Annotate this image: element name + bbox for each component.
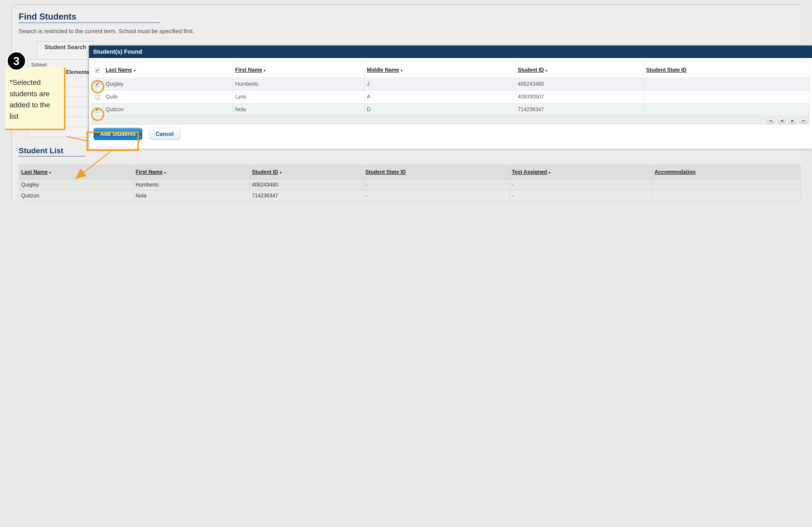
cell-first-name: Humberto — [233, 78, 364, 91]
table-row[interactable]: Quile Lynn A 409330507 — [91, 91, 810, 103]
cell-middle-name: A — [364, 91, 516, 103]
col-last-name[interactable]: Last Name▲ — [103, 62, 233, 78]
cell-last-name: Quigley — [103, 78, 233, 91]
cell-accommodation — [652, 179, 801, 190]
cell-accommodation — [652, 190, 801, 201]
col-first-name[interactable]: First Name▲ — [233, 62, 364, 78]
page-prev-button[interactable]: ◀ — [778, 118, 786, 123]
cell-student-state-id — [644, 78, 810, 91]
student-list-heading: Student List — [19, 146, 85, 156]
cell-student-state-id: - — [363, 190, 509, 201]
sort-asc-icon: ▲ — [164, 170, 167, 174]
sort-asc-icon: ▲ — [133, 68, 136, 72]
col-first-name[interactable]: First Name▲ — [133, 165, 249, 179]
table-row[interactable]: Quitzon Nola 714236347 - - — [19, 190, 801, 201]
page-next-button[interactable]: ▶ — [789, 118, 797, 123]
cell-student-id: 714236347 — [516, 103, 644, 116]
cell-last-name: Quitzon — [103, 103, 233, 116]
col-middle-name[interactable]: Middle Name▲ — [364, 62, 516, 78]
col-student-id[interactable]: Student ID▲ — [249, 165, 363, 179]
sort-asc-icon: ▲ — [263, 68, 266, 72]
sort-asc-icon: ▲ — [400, 68, 403, 72]
col-student-state-id[interactable]: Student State ID — [644, 62, 810, 78]
cell-first-name: Lynn — [233, 91, 364, 103]
table-row[interactable]: Quigley Humberto J 406243480 — [91, 78, 810, 91]
cell-test-assigned: - — [509, 179, 652, 190]
sort-asc-icon: ▲ — [279, 170, 282, 174]
cell-last-name: Quitzon — [19, 190, 133, 201]
pager: ⏮ ◀ ▶ ⏭ — [91, 116, 810, 125]
cell-last-name: Quile — [103, 91, 233, 103]
row-checkbox[interactable] — [95, 107, 100, 112]
cell-first-name: Nola — [233, 103, 364, 116]
cell-first-name: Nola — [133, 190, 249, 201]
cell-student-id: 714236347 — [249, 190, 363, 201]
search-description: Search is restricted to the current term… — [19, 28, 801, 34]
callout-box: *Selected students are added to the list — [5, 68, 65, 130]
cell-first-name: Humberto — [133, 179, 249, 190]
sort-asc-icon: ▲ — [545, 68, 548, 72]
cell-test-assigned: - — [509, 190, 652, 201]
page-last-button[interactable]: ⏭ — [800, 118, 808, 123]
cell-last-name: Quigley — [19, 179, 133, 190]
table-row[interactable]: Quitzon Nola D 714236347 — [91, 103, 810, 116]
col-student-id[interactable]: Student ID▲ — [516, 62, 644, 78]
col-accommodation[interactable]: Accommodation — [652, 165, 801, 179]
student-list-table: Last Name▲ First Name▲ Student ID▲ Stude… — [19, 165, 801, 201]
dialog-title: Student(s) Found — [89, 45, 812, 58]
cell-middle-name: D — [364, 103, 516, 116]
col-select-all[interactable] — [91, 62, 103, 78]
cell-student-state-id — [644, 91, 810, 103]
find-students-heading: Find Students — [19, 12, 160, 23]
add-students-button[interactable]: Add Students — [93, 128, 142, 140]
step-number-badge: 3 — [6, 51, 26, 71]
sort-asc-icon: ▲ — [48, 170, 52, 174]
col-student-state-id[interactable]: Student State ID — [363, 165, 509, 179]
col-test-assigned[interactable]: Test Assigned▲ — [509, 165, 652, 179]
cell-middle-name: J — [364, 78, 516, 91]
cell-student-state-id — [644, 103, 810, 116]
col-last-name[interactable]: Last Name▲ — [19, 165, 133, 179]
page-first-button[interactable]: ⏮ — [767, 118, 774, 123]
students-found-table: Last Name▲ First Name▲ Middle Name▲ Stud… — [91, 62, 810, 116]
cell-student-id: 406243480 — [516, 78, 644, 91]
table-row[interactable]: Quigley Humberto 406243480 - - — [19, 179, 801, 190]
cell-student-state-id: - — [363, 179, 509, 190]
cell-student-id: 406243480 — [249, 179, 363, 190]
checkbox-icon[interactable] — [95, 68, 100, 73]
students-found-dialog: Student(s) Found Last Name▲ First Name▲ … — [89, 45, 812, 149]
cancel-button[interactable]: Cancel — [149, 128, 180, 140]
sort-asc-icon: ▲ — [548, 170, 551, 174]
row-checkbox[interactable] — [95, 82, 100, 87]
tab-student-search[interactable]: Student Search — [37, 41, 94, 60]
row-checkbox[interactable] — [95, 95, 100, 100]
cell-student-id: 409330507 — [516, 91, 644, 103]
